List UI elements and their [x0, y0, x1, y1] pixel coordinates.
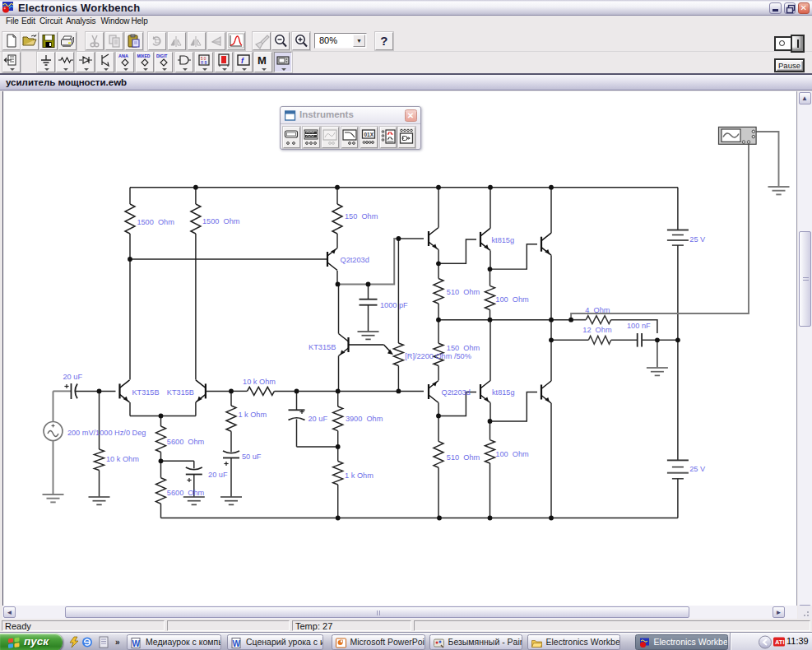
svg-text:KT315B: KT315B	[132, 388, 159, 397]
svg-text:W: W	[233, 638, 241, 648]
svg-text:3900 Ohm: 3900 Ohm	[346, 415, 383, 423]
svg-text:510 Ohm: 510 Ohm	[447, 453, 480, 462]
svg-text:10 k Ohm: 10 k Ohm	[243, 378, 276, 386]
svg-text:DIGIT: DIGIT	[156, 53, 167, 58]
svg-text:Q2t203d: Q2t203d	[442, 388, 471, 397]
svg-text:1 k Ohm: 1 k Ohm	[345, 471, 374, 480]
svg-text:10 k Ohm: 10 k Ohm	[106, 455, 139, 463]
svg-text:12 Ohm: 12 Ohm	[582, 326, 612, 334]
svg-text:ANA: ANA	[118, 53, 128, 58]
svg-text:100 Ohm: 100 Ohm	[495, 450, 529, 458]
svg-text:25 V: 25 V	[689, 235, 706, 244]
svg-text:1000 pF: 1000 pF	[380, 301, 408, 309]
svg-text:4 Ohm: 4 Ohm	[585, 306, 610, 314]
svg-text:kt815g: kt815g	[492, 388, 515, 397]
svg-text:1 k Ohm: 1 k Ohm	[238, 411, 267, 419]
svg-text:150 Ohm: 150 Ohm	[447, 344, 480, 352]
svg-text:20 uF: 20 uF	[208, 471, 228, 479]
svg-text:5600 Ohm: 5600 Ohm	[167, 438, 205, 446]
svg-text:150 Ohm: 150 Ohm	[345, 212, 378, 221]
svg-text:20 uF: 20 uF	[63, 373, 83, 381]
svg-text:KT315B: KT315B	[309, 343, 336, 351]
svg-text:50 uF: 50 uF	[242, 453, 262, 461]
svg-text:KT315B: KT315B	[167, 388, 194, 397]
svg-text:20 uF: 20 uF	[309, 415, 328, 423]
svg-text:R B: R B	[201, 61, 207, 65]
svg-text:W: W	[132, 638, 141, 648]
svg-text:01X: 01X	[364, 132, 374, 137]
svg-text:100 Ohm: 100 Ohm	[495, 295, 529, 304]
svg-text:200 mV/1000 Hz/0 Deg: 200 mV/1000 Hz/0 Deg	[67, 429, 146, 437]
svg-text:M: M	[258, 54, 267, 67]
svg-text:25 V: 25 V	[689, 465, 706, 473]
svg-text:1500 Ohm: 1500 Ohm	[137, 218, 174, 226]
svg-text:5600 Ohm: 5600 Ohm	[167, 489, 205, 497]
svg-text:100 nF: 100 nF	[627, 322, 651, 330]
svg-text:kt815g: kt815g	[492, 236, 515, 244]
svg-text:ATI: ATI	[775, 638, 785, 646]
svg-text:»: »	[115, 638, 120, 647]
svg-text:1500 Ohm: 1500 Ohm	[202, 217, 240, 225]
svg-text:f: f	[241, 57, 244, 65]
svg-text:[R]/2200 Ohm /50%: [R]/2200 Ohm /50%	[405, 352, 471, 360]
svg-text:510 Ohm: 510 Ohm	[447, 288, 480, 296]
svg-text:MIXED: MIXED	[137, 53, 150, 58]
svg-text:Q2t203d: Q2t203d	[341, 256, 369, 264]
